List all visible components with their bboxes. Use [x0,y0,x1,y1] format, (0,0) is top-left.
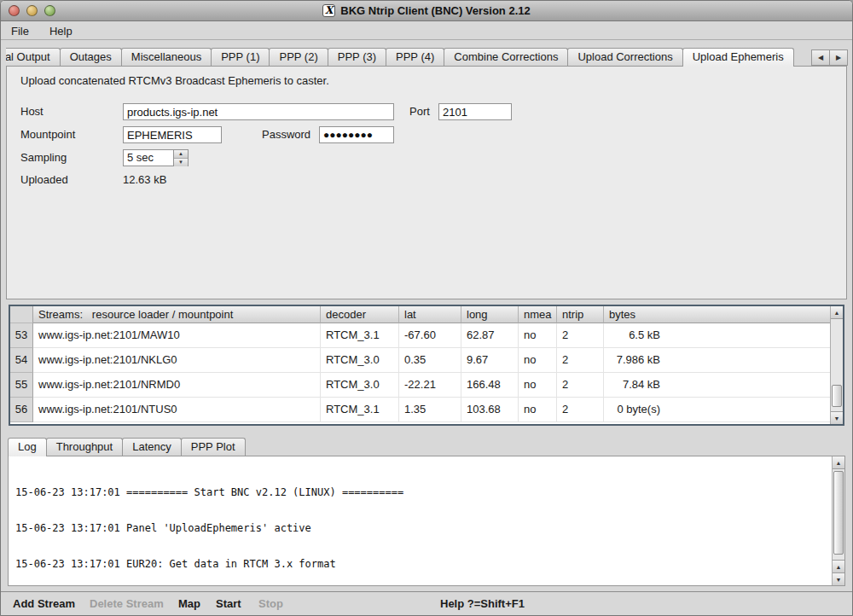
tab-ppp-1[interactable]: PPP (1) [211,48,270,66]
bytes-value: 6.5 kB [609,323,660,347]
config-tabbar: ial Output Outages Miscellaneous PPP (1)… [6,48,809,67]
table-row[interactable]: 55 www.igs-ip.net:2101/NRMD0 RTCM_3.0 -2… [10,373,843,398]
log-output: 15-06-23 13:17:01 ========== Start BNC v… [15,462,827,584]
cell-long: 9.67 [461,348,519,373]
table-row[interactable]: 54 www.igs-ip.net:2101/NKLG0 RTCM_3.0 0.… [10,348,843,373]
table-row[interactable]: 56 www.igs-ip.net:2101/NTUS0 RTCM_3.1 1.… [10,398,843,422]
tab-ppp-3[interactable]: PPP (3) [328,48,386,66]
cell-bytes: 7.84 kB [604,373,843,398]
scrollbar-thumb[interactable] [832,385,842,407]
map-button[interactable]: Map [178,592,200,616]
scroll-up-icon[interactable]: ▲ [831,306,843,319]
host-label: Host [20,103,44,120]
cell-nmea: no [519,398,557,422]
cell-nmea: no [519,323,557,348]
tab-combine-corrections[interactable]: Combine Corrections [444,48,568,66]
host-input[interactable] [123,103,394,120]
port-input[interactable] [438,103,512,120]
upload-ephemeris-panel: Upload concatenated RTCMv3 Broadcast Eph… [6,66,847,299]
window-title-group: X BKG Ntrip Client (BNC) Version 2.12 [322,4,530,17]
minimize-button[interactable] [26,5,38,16]
log-pane: 15-06-23 13:17:01 ========== Start BNC v… [8,456,845,586]
cell-mountpoint: www.igs-ip.net:2101/NTUS0 [33,398,321,422]
header-bytes[interactable]: bytes [604,306,843,323]
tab-scroll-buttons: ◀ ▶ [812,49,848,66]
tab-scroll-left-icon[interactable]: ◀ [811,49,830,66]
cell-bytes: 7.986 kB [604,348,843,373]
panel-description: Upload concatenated RTCMv3 Broadcast Eph… [20,74,329,87]
port-label: Port [409,103,430,120]
close-button[interactable] [9,5,20,16]
tab-serial-output[interactable]: ial Output [6,48,61,66]
cell-bytes: 6.5 kB [604,323,843,348]
tab-outages[interactable]: Outages [60,48,122,66]
bnc-window: X BKG Ntrip Client (BNC) Version 2.12 Fi… [0,0,853,616]
cell-lat: 0.35 [399,348,461,373]
log-line: 15-06-23 13:17:01 EUR20: Get data in RTC… [15,558,827,570]
tab-throughput[interactable]: Throughput [46,438,124,456]
scroll-down-icon[interactable]: ▼ [831,411,843,424]
bottom-tabbar: Log Throughput Latency PPP Plot [8,438,245,456]
tab-upload-ephemeris[interactable]: Upload Ephemeris [682,48,794,67]
tab-scroll-right-icon[interactable]: ▶ [829,49,848,66]
x11-icon: X [322,4,335,17]
header-ntrip[interactable]: ntrip [557,306,604,323]
spin-down-icon[interactable]: ▼ [174,159,188,166]
uploaded-value: 12.63 kB [123,171,166,189]
tab-latency[interactable]: Latency [122,438,182,456]
scroll-up-icon[interactable]: ▲ [833,560,844,572]
table-row[interactable]: 53 www.igs-ip.net:2101/MAW10 RTCM_3.1 -6… [10,323,843,348]
bytes-value: 0 byte(s) [609,398,660,421]
cell-mountpoint: www.igs-ip.net:2101/MAW10 [33,323,321,348]
cell-long: 166.48 [461,373,519,398]
streams-scrollbar[interactable]: ▲ ▼ [830,306,843,424]
tab-ppp-2[interactable]: PPP (2) [269,48,328,66]
sampling-label: Sampling [20,149,67,166]
scroll-down-icon[interactable]: ▼ [833,572,844,585]
cell-mountpoint: www.igs-ip.net:2101/NKLG0 [33,348,321,373]
mountpoint-input[interactable] [123,126,222,143]
tab-miscellaneous[interactable]: Miscellaneous [121,48,212,66]
log-scrollbar[interactable]: ▲ ▲ ▼ [832,456,844,585]
start-button[interactable]: Start [216,592,241,616]
add-stream-button[interactable]: Add Stream [13,592,75,616]
row-number: 54 [10,348,33,373]
row-number: 56 [10,398,33,422]
sampling-spinbox[interactable]: 5 sec ▲ ▼ [123,149,189,166]
tab-upload-corrections[interactable]: Upload Corrections [567,48,682,66]
cell-decoder: RTCM_3.0 [321,348,399,373]
header-mountpoint[interactable]: Streams: resource loader / mountpoint [33,306,321,323]
menu-help[interactable]: Help [48,25,74,38]
tab-ppp-plot[interactable]: PPP Plot [181,438,246,456]
tab-ppp-4[interactable]: PPP (4) [386,48,444,66]
cell-lat: 1.35 [399,398,461,422]
menu-file[interactable]: File [9,25,31,38]
sampling-value[interactable]: 5 sec [123,149,174,166]
tab-log[interactable]: Log [8,438,47,456]
stop-button: Stop [258,592,283,616]
spin-up-icon[interactable]: ▲ [174,150,188,159]
header-corner [10,306,33,323]
header-long[interactable]: long [461,306,519,323]
cell-lat: -67.60 [399,323,461,348]
header-nmea[interactable]: nmea [519,306,557,323]
scroll-up-icon[interactable]: ▲ [833,456,844,469]
cell-mountpoint: www.igs-ip.net:2101/NRMD0 [33,373,321,398]
streams-table-header: Streams: resource loader / mountpoint de… [10,306,843,323]
header-lat[interactable]: lat [399,306,461,323]
cell-bytes: 0 byte(s) [604,398,843,422]
titlebar: X BKG Ntrip Client (BNC) Version 2.12 [1,1,852,21]
uploaded-label: Uploaded [20,171,68,189]
cell-decoder: RTCM_3.1 [321,398,399,422]
zoom-button[interactable] [44,5,55,16]
row-number: 55 [10,373,33,398]
cell-ntrip: 2 [557,348,604,373]
bytes-value: 7.84 kB [609,373,660,397]
password-input[interactable] [319,126,394,143]
cell-ntrip: 2 [557,398,604,422]
log-line: 15-06-23 13:17:01 ========== Start BNC v… [15,486,827,498]
help-shortcut-text: Help ?=Shift+F1 [440,592,525,616]
header-decoder[interactable]: decoder [321,306,399,323]
scrollbar-thumb[interactable] [833,471,844,555]
log-line: 15-06-23 13:17:01 Panel 'UploadEphemeris… [15,522,827,534]
